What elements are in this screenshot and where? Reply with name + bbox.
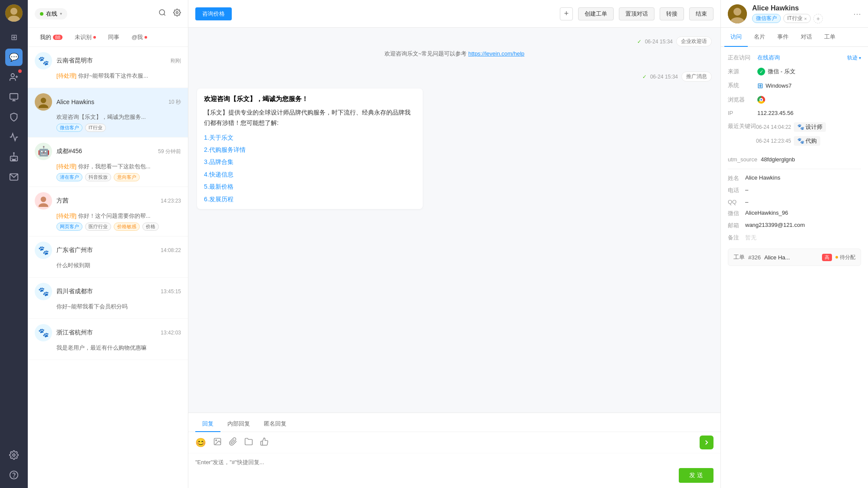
more-options-icon[interactable]: ⋯ xyxy=(853,9,861,19)
nav-events[interactable]: 事件 xyxy=(771,28,795,47)
tab-anonymous-reply[interactable]: 匿名回复 xyxy=(257,416,293,432)
field-value-phone: – xyxy=(745,187,748,194)
add-tag-button[interactable]: + xyxy=(813,14,823,23)
conv-meta: 浙江省杭州市 xyxy=(56,329,156,337)
like-icon[interactable] xyxy=(260,437,269,448)
nav-chat-icon[interactable]: 💬 xyxy=(5,49,23,66)
add-action-button[interactable]: + xyxy=(560,7,573,20)
conv-name: 广东省广州市 xyxy=(56,246,93,253)
link-about[interactable]: 1.关于乐文 xyxy=(204,133,416,142)
emoji-icon[interactable]: 😊 xyxy=(195,437,206,448)
label-status: 正在访问 xyxy=(728,54,754,62)
tag-it-close[interactable]: × xyxy=(804,16,807,21)
nav-help-icon[interactable] xyxy=(5,466,23,484)
input-tabs: 回复 内部回复 匿名回复 xyxy=(188,413,720,432)
conversation-item[interactable]: 🐾 云南省昆明市 刚刚 [待处理] 你好~能帮我看下这件衣服... xyxy=(28,47,188,88)
info-row-system: 系统 ⊞ Windows7 xyxy=(728,82,861,90)
nav-visit[interactable]: 访问 xyxy=(724,28,748,47)
nav-mail-icon[interactable] xyxy=(5,168,23,186)
field-value-note: 暂无 xyxy=(745,234,756,242)
msg-tag-promo: 推广消息 xyxy=(681,72,712,82)
value-source: ✓ 微信 - 乐文 xyxy=(757,68,861,75)
pin-chat-button[interactable]: 置顶对话 xyxy=(619,7,654,20)
nav-settings-icon[interactable] xyxy=(5,446,23,464)
conversation-item-fangqian[interactable]: 方茜 14:23:23 [待处理] 你好！这个问题需要你的帮... 网页客户 医… xyxy=(28,187,188,236)
chrome-icon xyxy=(757,96,765,104)
sidebar: 在线 ▾ 我的 88 未识别 同事 @我 xyxy=(28,0,188,488)
conversation-item-hangzhou[interactable]: 🐾 浙江省杭州市 13:42:03 我是老用户，最近有什么购物优惠嘛 xyxy=(28,319,188,360)
link-brands[interactable]: 3.品牌合集 xyxy=(204,157,416,167)
info-row-keywords: 最近关键词 06-24 14:04:22 🐾 设计师 06-24 12:23:4… xyxy=(728,122,861,150)
tab-colleagues[interactable]: 同事 xyxy=(103,32,125,43)
system-text-welcome: 欢迎咨询乐文~常见问题可以参考 https://levein.com/help xyxy=(197,50,712,58)
tag-potential: 潜在客户 xyxy=(56,173,82,181)
svg-rect-9 xyxy=(12,160,15,160)
nav-robot-icon[interactable] xyxy=(5,148,23,166)
conv-preview: 你好~能帮我看下会员积分吗 xyxy=(56,303,181,311)
tag-douyin: 抖音投放 xyxy=(85,173,111,181)
status-online-text: 在线咨询 xyxy=(757,54,780,62)
transfer-button[interactable]: 转接 xyxy=(660,7,684,20)
nav-dashboard-icon[interactable]: ⊞ xyxy=(5,29,23,46)
system-message-promo: ✓ 06-24 15:34 推广消息 xyxy=(197,72,712,82)
track-arrow-icon: ▾ xyxy=(859,56,861,60)
link-service[interactable]: 2.代购服务详情 xyxy=(204,145,416,154)
settings-icon[interactable] xyxy=(173,9,181,19)
create-ticket-button[interactable]: 创建工单 xyxy=(578,7,614,20)
tab-internal-reply[interactable]: 内部回复 xyxy=(220,416,257,432)
nav-shield-icon[interactable] xyxy=(5,108,23,126)
conversation-item-alice[interactable]: Alice Hawkins 10 秒 欢迎咨询【乐文】，竭诚为您服务... 微信… xyxy=(28,88,188,138)
track-button[interactable]: 轨迹 ▾ xyxy=(847,54,861,62)
file-upload-icon[interactable] xyxy=(229,437,237,448)
tab-mentioned[interactable]: @我 xyxy=(126,32,152,43)
nav-tickets[interactable]: 工单 xyxy=(818,28,842,47)
conversation-item-chengdu[interactable]: 🤖 成都#456 59 分钟前 [待处理] 你好，我想看一下这款包包... 潜在… xyxy=(28,138,188,187)
check-icon: ✓ xyxy=(637,39,641,45)
conv-avatar: 🐾 xyxy=(35,52,52,69)
label-ip: IP xyxy=(728,110,754,116)
nav-contacts-icon[interactable] xyxy=(5,69,23,86)
tab-reply[interactable]: 回复 xyxy=(195,416,220,432)
ticket-row[interactable]: 工单 #326 Alice Ha... 高 待分配 xyxy=(728,249,861,266)
info-row-browser: 浏览器 xyxy=(728,96,861,104)
system-message-welcome: ✓ 06-24 15:34 企业欢迎语 xyxy=(197,36,712,46)
conv-meta: Alice Hawkins xyxy=(56,98,164,105)
conversation-item-guangzhou[interactable]: 🐾 广东省广州市 14:08:22 什么时候到期 xyxy=(28,236,188,278)
field-value-qq: – xyxy=(745,199,748,205)
quick-reply-icon[interactable] xyxy=(700,436,713,449)
user-avatar[interactable] xyxy=(5,4,23,22)
link-shipping[interactable]: 4.快递信息 xyxy=(204,170,416,179)
image-upload-icon[interactable] xyxy=(213,437,222,448)
conv-tags: 网页客户 医疗行业 价格敏感 价格 xyxy=(56,223,181,231)
help-link[interactable]: https://levein.com/help xyxy=(468,50,524,57)
send-button[interactable]: 发 送 xyxy=(679,468,713,483)
link-price[interactable]: 5.最新价格 xyxy=(204,182,416,191)
value-system: ⊞ Windows7 xyxy=(757,82,861,90)
tag-price-sensitive: 价格敏感 xyxy=(114,223,140,231)
online-status[interactable]: 在线 ▾ xyxy=(35,8,67,20)
folder-icon[interactable] xyxy=(244,437,253,448)
nav-card[interactable]: 名片 xyxy=(748,28,771,47)
nav-monitor-icon[interactable] xyxy=(5,88,23,106)
conv-name: 四川省成都市 xyxy=(56,288,93,295)
link-history[interactable]: 6.发展历程 xyxy=(204,194,416,204)
nav-conversations[interactable]: 对话 xyxy=(795,28,818,47)
field-label-note: 备注 xyxy=(728,234,745,242)
message-input[interactable] xyxy=(188,453,672,488)
end-chat-button[interactable]: 结束 xyxy=(689,7,713,20)
conv-meta: 方茜 xyxy=(56,197,156,205)
sidebar-header: 在线 ▾ xyxy=(28,0,188,28)
bot-title: 欢迎咨询【乐文】，竭诚为您服务！ xyxy=(204,94,416,104)
nav-chart-icon[interactable] xyxy=(5,128,23,146)
right-user-info: Alice Hawkins 微信客户 IT行业 × + xyxy=(752,4,848,23)
tab-unrecognized[interactable]: 未识别 xyxy=(69,32,101,43)
label-source: 来源 xyxy=(728,68,754,75)
conversation-item-chengdu2[interactable]: 🐾 四川省成都市 13:45:15 你好~能帮我看下会员积分吗 xyxy=(28,278,188,319)
search-icon[interactable] xyxy=(158,9,166,19)
tab-mine[interactable]: 我的 88 xyxy=(35,32,68,43)
value-status: 在线咨询 轨迹 ▾ xyxy=(757,54,861,62)
svg-point-11 xyxy=(13,454,15,456)
keywords-content: 06-24 14:04:22 🐾 设计师 06-24 12:23:45 🐾 代购 xyxy=(756,122,861,150)
svg-point-19 xyxy=(41,197,46,202)
consult-price-button[interactable]: 咨询价格 xyxy=(195,7,232,20)
